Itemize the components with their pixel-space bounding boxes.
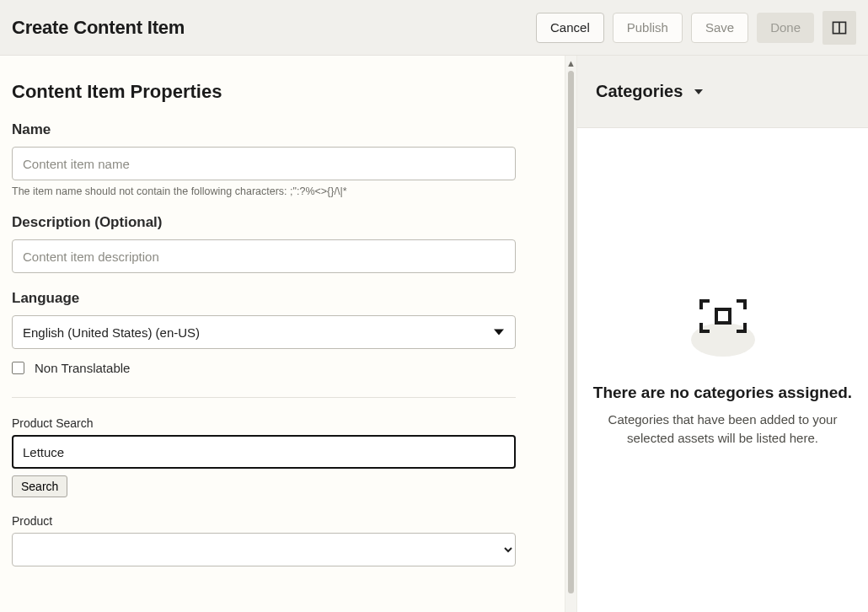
cancel-button[interactable]: Cancel xyxy=(536,13,604,43)
product-field: Product xyxy=(12,514,516,566)
page-title: Create Content Item xyxy=(12,17,185,39)
product-label: Product xyxy=(12,514,516,528)
divider xyxy=(12,397,516,398)
save-button[interactable]: Save xyxy=(691,13,748,43)
scroll-up-icon[interactable]: ▲ xyxy=(565,57,576,69)
topbar: Create Content Item Cancel Publish Save … xyxy=(0,0,868,56)
description-input[interactable] xyxy=(12,239,516,273)
search-button[interactable]: Search xyxy=(12,475,67,497)
language-label: Language xyxy=(12,290,516,307)
split-view-icon xyxy=(831,19,848,36)
description-field: Description (Optional) xyxy=(12,214,516,273)
categories-panel: Categories There are xyxy=(576,56,868,612)
categories-title: Categories xyxy=(596,82,683,101)
product-search-field: Product Search Search xyxy=(12,416,516,497)
description-label: Description (Optional) xyxy=(12,214,516,231)
non-translatable-checkbox[interactable] xyxy=(12,362,24,374)
categories-empty-icon xyxy=(684,293,762,362)
content-area: Content Item Properties Name The item na… xyxy=(0,56,868,612)
categories-empty-title: There are no categories assigned. xyxy=(593,384,852,402)
name-input[interactable] xyxy=(12,147,516,180)
categories-empty-subtitle: Categories that have been added to your … xyxy=(592,411,853,448)
product-search-label: Product Search xyxy=(12,416,516,430)
name-hint: The item name should not contain the fol… xyxy=(12,185,516,197)
product-select[interactable] xyxy=(12,533,516,566)
svg-rect-3 xyxy=(716,309,730,323)
scroll-thumb[interactable] xyxy=(568,71,574,593)
done-button[interactable]: Done xyxy=(757,13,814,43)
language-field: Language English (United States) (en-US)… xyxy=(12,290,516,375)
non-translatable-row[interactable]: Non Translatable xyxy=(12,361,516,375)
toggle-side-panel-button[interactable] xyxy=(822,11,856,45)
topbar-actions: Cancel Publish Save Done xyxy=(536,11,856,45)
name-label: Name xyxy=(12,121,516,138)
language-select[interactable]: English (United States) (en-US) xyxy=(12,315,516,349)
product-search-input[interactable] xyxy=(12,435,516,469)
chevron-down-icon xyxy=(694,89,703,94)
categories-header[interactable]: Categories xyxy=(577,56,868,128)
non-translatable-label: Non Translatable xyxy=(35,361,130,375)
section-title: Content Item Properties xyxy=(12,81,541,103)
scrollbar[interactable]: ▲ xyxy=(565,56,576,612)
name-field: Name The item name should not contain th… xyxy=(12,121,516,197)
language-value: English (United States) (en-US) xyxy=(23,325,200,340)
form-panel: Content Item Properties Name The item na… xyxy=(0,56,576,612)
form-scroll[interactable]: Content Item Properties Name The item na… xyxy=(0,56,565,612)
categories-empty-state: There are no categories assigned. Catego… xyxy=(577,128,868,612)
publish-button[interactable]: Publish xyxy=(613,13,683,43)
